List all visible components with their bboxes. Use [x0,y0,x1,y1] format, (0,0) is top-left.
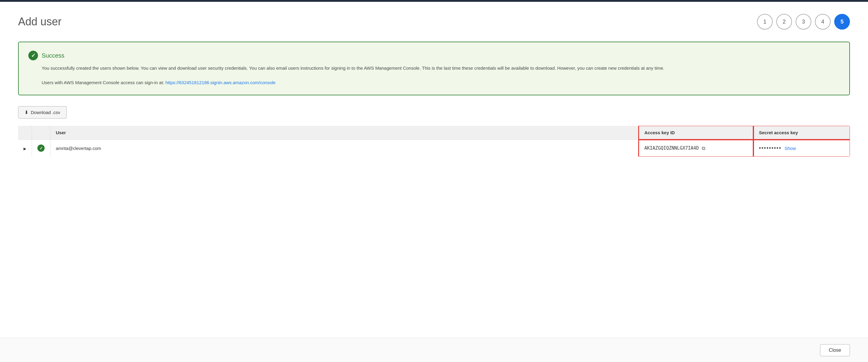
download-btn-label: Download .csv [31,110,60,115]
th-expand [18,126,32,140]
access-key-id-text: AKIAZGQIQZNNLGX7IA4D [645,145,699,151]
header: Add user 1 2 3 4 5 [18,14,850,30]
status-cell: ✓ [32,140,50,157]
step-3[interactable]: 3 [796,14,811,30]
step-5[interactable]: 5 [834,14,850,30]
step-2[interactable]: 2 [776,14,792,30]
access-key-value: AKIAZGQIQZNNLGX7IA4D ⧉ [645,145,748,151]
success-body: You successfully created the users shown… [28,65,840,86]
download-csv-button[interactable]: ⬇ Download .csv [18,106,67,119]
step-1[interactable]: 1 [757,14,773,30]
success-title: Success [42,52,65,59]
table-header-row: User Access key ID Secret access key [18,126,850,140]
expand-cell: ▶ [18,140,32,157]
th-access-key-id: Access key ID [639,126,753,140]
close-button[interactable]: Close [820,344,850,356]
secret-key-cell: ••••••••• Show [753,140,850,157]
th-user: User [50,126,639,140]
user-cell: amrita@clevertap.com [50,140,639,157]
users-table: User Access key ID Secret access key ▶ ✓… [18,126,850,157]
table-container: User Access key ID Secret access key ▶ ✓… [18,126,850,157]
secret-dots: ••••••••• [759,145,782,151]
th-secret-access-key: Secret access key [753,126,850,140]
secret-key-value: ••••••••• Show [759,145,845,151]
footer: Close [0,338,868,362]
copy-icon[interactable]: ⧉ [702,145,705,151]
table-row: ▶ ✓ amrita@clevertap.com AKIAZGQIQZNNLGX… [18,140,850,157]
success-header: Success [28,51,840,60]
download-icon: ⬇ [25,110,28,115]
th-status [32,126,50,140]
steps-container: 1 2 3 4 5 [757,14,850,30]
success-icon [28,51,38,60]
expand-arrow-icon[interactable]: ▶ [24,147,26,151]
signin-link[interactable]: https://632451812186.signin.aws.amazon.c… [165,80,275,85]
success-box: Success You successfully created the use… [18,42,850,95]
success-text-1: You successfully created the users shown… [42,65,840,72]
page-title: Add user [18,16,62,28]
success-text-2: Users with AWS Management Console access… [42,79,840,86]
page-wrapper: Add user 1 2 3 4 5 Success You succe [0,2,868,362]
step-4[interactable]: 4 [815,14,831,30]
row-status-icon: ✓ [37,145,44,152]
access-key-cell: AKIAZGQIQZNNLGX7IA4D ⧉ [639,140,753,157]
username: amrita@clevertap.com [56,146,101,151]
show-secret-link[interactable]: Show [784,146,796,151]
